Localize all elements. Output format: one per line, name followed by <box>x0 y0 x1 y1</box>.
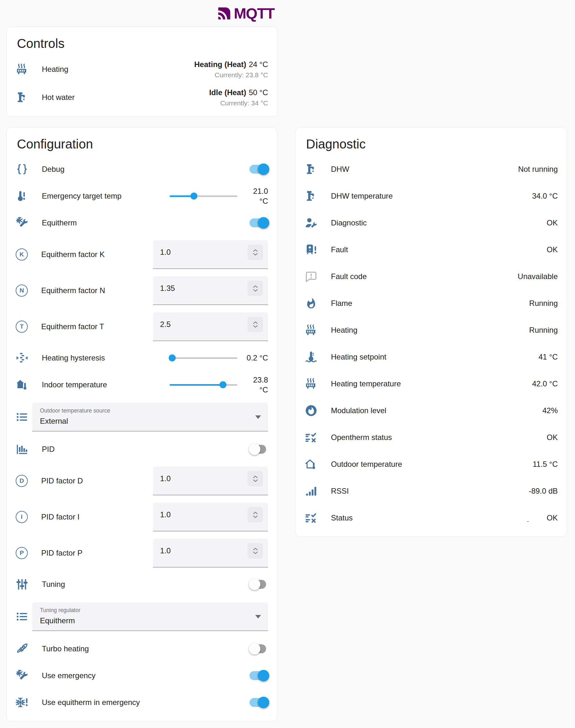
control-label: Hot water <box>42 93 209 102</box>
decrement-button[interactable] <box>253 479 258 482</box>
equitherm-factor-n-input[interactable] <box>160 284 247 293</box>
diagnostic-card: Diagnostic DHWNot runningDHW temperature… <box>296 127 567 537</box>
diagnostic-row-heating-temperature[interactable]: Heating temperature42.0 °C <box>305 370 558 397</box>
pid-factor-d-field <box>153 467 268 495</box>
diagnostic-row-opentherm-status[interactable]: Opentherm statusOK <box>305 424 558 451</box>
config-row-indoor-temperature: Indoor temperature23.8 °C <box>15 371 268 398</box>
alpha-p-circle-icon: P <box>15 547 28 559</box>
diagnostic-row-fault[interactable]: FaultOK <box>305 236 558 263</box>
diagnostic-row-heating[interactable]: HeatingRunning <box>305 317 558 343</box>
increment-button[interactable] <box>253 285 258 288</box>
config-label: PID factor P <box>41 549 153 557</box>
control-label: Heating <box>42 65 194 74</box>
diagnostic-label: Status <box>331 513 547 522</box>
slider-thumb[interactable] <box>219 381 227 388</box>
pid-factor-p-field <box>153 539 268 568</box>
decrement-button[interactable] <box>253 289 258 292</box>
decrement-button[interactable] <box>253 551 258 554</box>
pid-factor-i-field <box>153 503 268 531</box>
dropdown-caret-icon <box>255 415 261 419</box>
diagnostic-label: Flame <box>331 299 529 308</box>
pid-factor-p-input[interactable] <box>160 546 247 555</box>
emergency-target-temp-slider[interactable] <box>170 192 237 199</box>
slider-value: 23.8 °C <box>243 375 268 395</box>
climate-state[interactable]: Idle (Heat)50 °CCurrently: 34 °C <box>209 88 268 107</box>
configuration-card-title: Configuration <box>15 128 268 156</box>
diagnostic-value: -89.0 dB <box>529 486 558 496</box>
diagnostic-row-diagnostic[interactable]: DiagnosticOK <box>305 210 558 236</box>
slider-thumb[interactable] <box>169 355 176 361</box>
chart-histogram-icon <box>15 443 28 456</box>
config-row-pid-factor-d: DPID factor D <box>15 463 268 499</box>
equitherm-factor-t-input[interactable] <box>160 320 247 329</box>
diagnostic-value: Running <box>529 326 558 335</box>
radiator-icon <box>15 63 28 76</box>
pid-factor-d-input[interactable] <box>160 474 247 483</box>
diagnostic-value: OK <box>547 218 558 227</box>
debug-toggle[interactable] <box>249 163 269 175</box>
increment-button[interactable] <box>253 548 258 550</box>
mqtt-logo-text: MQTT <box>234 4 274 22</box>
diagnostic-row-outdoor-temperature[interactable]: Outdoor temperature11.5 °C <box>305 451 558 478</box>
toggle-thumb <box>258 217 269 229</box>
increment-button[interactable] <box>253 321 258 324</box>
pid-factor-d-stepper <box>247 471 263 486</box>
diagnostic-value: Unavailable <box>518 272 558 281</box>
diagnostic-row-rssi[interactable]: RSSI-89.0 dB <box>305 478 558 505</box>
list-status-icon <box>305 511 317 524</box>
config-label: Indoor temperature <box>42 380 170 389</box>
outdoor-temperature-source-select[interactable]: Outdoor temperature sourceExternal <box>32 403 268 431</box>
radiator-icon <box>305 324 317 336</box>
toggle-thumb <box>249 579 260 590</box>
tuning-regulator-select[interactable]: Tuning regulatorEquitherm <box>32 602 268 631</box>
increment-button[interactable] <box>253 511 258 514</box>
equitherm-toggle[interactable] <box>249 217 269 229</box>
config-label: PID factor I <box>41 512 153 521</box>
diagnostic-row-status[interactable]: StatusOK <box>305 505 558 531</box>
climate-state-main: Heating (Heat)24 °C <box>194 60 268 69</box>
config-row-equitherm-factor-t: TEquitherm factor T <box>15 308 268 344</box>
config-label: Debug <box>42 165 249 174</box>
decrement-button[interactable] <box>253 253 258 256</box>
indoor-temperature-slider[interactable] <box>170 381 237 388</box>
diagnostic-row-flame[interactable]: FlameRunning <box>305 290 558 317</box>
rocket-launch-icon <box>15 643 28 655</box>
format-list-bulleted-icon <box>15 411 28 424</box>
format-list-bulleted-icon <box>15 610 28 623</box>
pid-toggle[interactable] <box>249 443 269 455</box>
select-value: External <box>40 417 249 426</box>
diagnostic-row-dhw[interactable]: DHWNot running <box>305 156 558 183</box>
config-row-equitherm: Equitherm <box>15 210 268 236</box>
diagnostic-card-title: Diagnostic <box>305 128 558 156</box>
fire-icon <box>305 297 317 310</box>
diagnostic-value: OK <box>547 513 558 522</box>
tuning-toggle[interactable] <box>249 578 269 590</box>
thermometer-water-icon <box>305 351 317 363</box>
diagnostic-row-dhw-temperature[interactable]: DHW temperature34.0 °C <box>305 183 558 210</box>
diagnostic-label: Outdoor temperature <box>331 460 533 469</box>
mqtt-device-page: MQTT Controls HeatingHeating (Heat)24 °C… <box>0 0 575 721</box>
climate-state[interactable]: Heating (Heat)24 °CCurrently: 23.8 °C <box>194 60 268 79</box>
slider-track <box>170 357 237 359</box>
heating-hysteresis-slider[interactable] <box>170 355 237 361</box>
radiator-icon <box>305 377 317 390</box>
equitherm-factor-k-input[interactable] <box>160 248 247 257</box>
diagnostic-row-fault-code[interactable]: Fault codeUnavailable <box>305 263 558 290</box>
use-emergency-toggle[interactable] <box>249 669 269 682</box>
use-equitherm-in-emergency-toggle[interactable] <box>249 696 269 708</box>
increment-button[interactable] <box>253 249 258 252</box>
config-row-pid-factor-i: IPID factor I <box>15 499 268 535</box>
turbo-heating-toggle[interactable] <box>249 643 269 655</box>
decrement-button[interactable] <box>253 325 258 328</box>
config-row-turbo-heating: Turbo heating <box>15 635 268 662</box>
pid-factor-i-input[interactable] <box>160 510 247 519</box>
config-row-equitherm-factor-k: KEquitherm factor K <box>15 236 268 272</box>
controls-card-title: Controls <box>15 27 268 55</box>
header: MQTT <box>6 3 569 27</box>
toggle-thumb <box>258 163 269 175</box>
decrement-button[interactable] <box>253 515 258 518</box>
diagnostic-row-modulation-level[interactable]: Modulation level42% <box>305 397 558 424</box>
diagnostic-row-heating-setpoint[interactable]: Heating setpoint41 °C <box>305 343 558 370</box>
increment-button[interactable] <box>253 475 258 478</box>
slider-thumb[interactable] <box>191 192 197 199</box>
